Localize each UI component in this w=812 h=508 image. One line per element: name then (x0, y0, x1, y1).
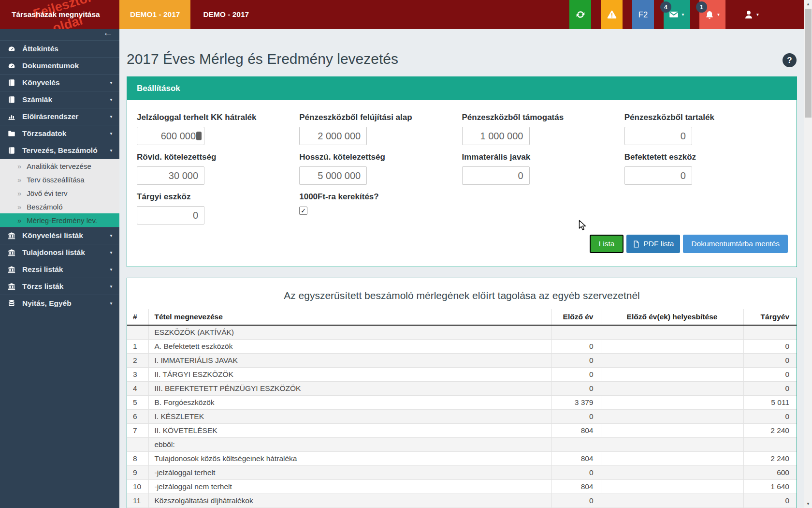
submenu-item-terv-osszeallitasa[interactable]: » Terv összeállítása (0, 173, 119, 186)
app-title[interactable]: Társasházak megnyitása (12, 10, 100, 19)
cell-name: II. TÁRGYI ESZKÖZÖK (148, 367, 551, 381)
targyi-eszkoz-input[interactable]: 0 (137, 206, 204, 224)
submenu-item-jovo-evi-terv[interactable]: » Jövő évi terv (0, 186, 119, 200)
chevron-down-icon: ▼ (109, 268, 113, 272)
tab-demo1-2017[interactable]: DEMO1 - 2017 (119, 0, 190, 29)
col-header-prev-year: Előző év (551, 309, 601, 325)
immaterialis-javak-input[interactable]: 0 (462, 166, 530, 185)
user-icon (744, 10, 754, 19)
scroll-down-icon[interactable]: ▼ (804, 500, 812, 508)
table-row: 10 -jelzáloggal nem terhelt 804 1 640 (127, 479, 797, 493)
tab-label: DEMO - 2017 (203, 10, 249, 19)
sidebar-item-tervezes-beszamolo[interactable]: Tervezés, Beszámoló ▼ (0, 142, 119, 159)
top-navbar: Fejlesztői oldal Társasházak megnyitása … (0, 0, 804, 29)
f2-button[interactable]: F2 (632, 0, 654, 29)
notifications-badge: 1 (696, 1, 707, 13)
rounding-checkbox[interactable]: ✓ (299, 207, 307, 215)
submenu-item-label: Mérleg-Eredmény lev. (27, 216, 97, 224)
cell-cur: 2 240 (743, 451, 797, 465)
cell-num: 10 (127, 479, 148, 493)
hosszu-kotelezettseg-input[interactable]: 5 000 000 (299, 166, 367, 185)
refresh-icon (576, 10, 585, 19)
notifications-button[interactable]: 1 ▼ (699, 0, 725, 29)
submenu-item-analitikak-tervezese[interactable]: » Analitikák tervezése (0, 159, 119, 173)
cell-adj (601, 325, 743, 339)
user-menu-button[interactable]: ▼ (737, 0, 766, 29)
cell-name: A. Befektetett eszközök (148, 339, 551, 353)
submenu-item-merleg-eredmeny[interactable]: » Mérleg-Eredmény lev. (0, 213, 119, 227)
cell-name: I. IMMATERIÁLIS JAVAK (148, 353, 551, 367)
table-row: 11 Közszolgáltatási díjhátralékok 0 0 (127, 493, 797, 508)
chevron-down-icon: ▼ (109, 149, 113, 153)
table-row: 1 A. Befektetett eszközök 0 0 (127, 339, 797, 353)
table-row: 9 -jelzáloggal terhelt 0 600 (127, 465, 797, 479)
field-jelzalog-kk-hatralek: Jelzáloggal terhelt KK hátralék 600 000 (137, 113, 299, 145)
befektetett-eszkoz-input[interactable]: 0 (624, 166, 692, 185)
table-row: 5 B. Forgóeszközök 3 379 5 011 (127, 395, 797, 409)
chevron-down-icon: ▼ (109, 251, 113, 255)
main-content: 2017 Éves Mérleg és Eredmény levezetés ?… (119, 29, 804, 508)
col-header-name: Tétel megnevezése (148, 309, 551, 325)
building-tabs: DEMO1 - 2017 DEMO - 2017 (119, 0, 260, 29)
sidebar-item-label: Számlák (22, 95, 52, 104)
sidebar-item-dokumentumok[interactable]: Dokumentumok (0, 57, 119, 74)
table-header-row: # Tétel megnevezése Előző év Előző év(ek… (127, 309, 797, 325)
settings-form: Jelzáloggal terhelt KK hátralék 600 000 … (127, 100, 797, 232)
lista-button[interactable]: Lista (590, 235, 624, 253)
sidebar-item-torzsadatok[interactable]: Törzsadatok ▼ (0, 125, 119, 142)
field-kerekites: 1000Ft-ra kerekítés? ✓ (299, 192, 462, 224)
field-immaterialis-javak: Immaterális javak 0 (462, 152, 624, 185)
pdf-lista-button[interactable]: PDF lista (626, 235, 680, 253)
sidebar-item-szamlak[interactable]: Számlák ▼ (0, 91, 119, 108)
sidebar-item-attekintes[interactable]: Áttekintés (0, 40, 119, 57)
chevron-down-icon: ▼ (756, 13, 760, 17)
submenu-item-beszamolo[interactable]: » Beszámoló (0, 200, 119, 213)
cell-name: ESZKÖZÖK (AKTÍVÁK) (148, 325, 551, 339)
felujitasi-alap-input[interactable]: 2 000 000 (299, 127, 367, 145)
messages-button[interactable]: 4 ▼ (664, 0, 690, 29)
double-chevron-icon: » (17, 216, 21, 224)
cell-cur: 0 (743, 339, 797, 353)
cell-prev: 0 (551, 381, 601, 395)
submenu-item-label: Beszámoló (27, 203, 62, 211)
scrollbar-thumb[interactable] (805, 9, 812, 118)
sidebar-item-label: Tervezés, Beszámoló (22, 146, 98, 155)
refresh-button[interactable] (569, 0, 591, 29)
question-icon: ? (787, 56, 792, 65)
cell-prev: 804 (551, 423, 601, 437)
sidebar-item-eloirasrendszer[interactable]: Előírásrendszer ▼ (0, 108, 119, 125)
sidebar-item-nyitas-egyeb[interactable]: Nyitás, Egyéb ▼ (0, 295, 119, 312)
cell-num: 3 (127, 367, 148, 381)
dokumentumtarba-mentes-button[interactable]: Dokumentumtárba mentés (683, 235, 788, 253)
page-scrollbar[interactable]: ▲ ▼ (804, 0, 812, 508)
sidebar-item-torzs-listak[interactable]: Törzs listák ▼ (0, 278, 119, 295)
sidebar-item-konyveles[interactable]: Könyvelés ▼ (0, 74, 119, 91)
chevron-down-icon: ▼ (109, 98, 113, 102)
sidebar-item-label: Könyvelés (22, 78, 60, 87)
cell-name: B. Forgóeszközök (148, 395, 551, 409)
tab-demo-2017[interactable]: DEMO - 2017 (192, 0, 260, 29)
double-chevron-icon: » (17, 176, 21, 184)
tamogatas-input[interactable]: 1 000 000 (462, 127, 530, 145)
f2-label: F2 (638, 10, 648, 19)
envelope-icon (669, 10, 679, 19)
cell-num: 2 (127, 353, 148, 367)
table-row: 2 I. IMMATERIÁLIS JAVAK 0 0 (127, 353, 797, 367)
sidebar-item-tulajdonosi-listak[interactable]: Tulajdonosi listák ▼ (0, 244, 119, 261)
cell-adj (601, 479, 743, 493)
cell-num: 9 (127, 465, 148, 479)
field-rovid-kotelezettseg: Rövid. kötelezettség 30 000 (137, 152, 299, 185)
field-value: 0 (681, 131, 686, 142)
sidebar-item-rezsi-listak[interactable]: Rezsi listák ▼ (0, 261, 119, 278)
sidebar-item-konyvelesi-listak[interactable]: Könyvelési listák ▼ (0, 227, 119, 244)
tartalek-input[interactable]: 0 (624, 127, 692, 145)
scroll-up-icon[interactable]: ▲ (804, 0, 812, 8)
chevron-down-icon: ▼ (681, 13, 685, 17)
rovid-kotelezettseg-input[interactable]: 30 000 (137, 166, 204, 185)
cell-name: -jelzáloggal terhelt (148, 465, 551, 479)
jelzalog-kk-hatralek-input[interactable]: 600 000 (137, 127, 204, 145)
help-button[interactable]: ? (783, 53, 797, 67)
field-label: Jelzáloggal terhelt KK hátralék (137, 113, 299, 122)
warning-button[interactable] (601, 0, 623, 29)
cell-num (127, 437, 148, 451)
